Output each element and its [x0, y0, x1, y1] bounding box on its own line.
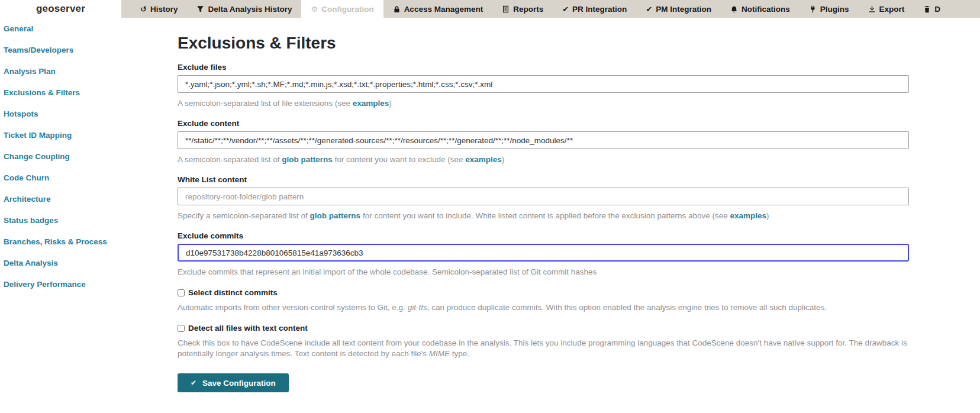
download-icon — [868, 5, 876, 13]
detect-text-checkbox[interactable] — [178, 325, 185, 332]
help-text: ) — [502, 155, 505, 164]
examples-link[interactable]: examples — [353, 99, 389, 108]
check-icon: ✔ — [191, 379, 196, 387]
tab-label: Access Management — [404, 5, 483, 14]
select-distinct-checkbox[interactable] — [178, 289, 185, 296]
help-text: , can produce duplicate commits. With th… — [427, 303, 827, 312]
help-text: A semicolon-separated list of file exten… — [178, 99, 353, 108]
sidebar-item-status-badges[interactable]: Status badges — [0, 209, 178, 231]
page-title: Exclusions & Filters — [178, 34, 909, 53]
sidebar-item-code-churn[interactable]: Code Churn — [0, 167, 178, 188]
sidebar-item-delivery-performance[interactable]: Delivery Performance — [0, 273, 178, 295]
help-text: Specify a semicolon-separated list of — [178, 211, 310, 220]
tab-history[interactable]: ↺ History — [131, 0, 187, 18]
bell-icon — [730, 5, 738, 13]
exclude-files-help: A semicolon-separated list of file exten… — [178, 98, 909, 109]
tab-plugins[interactable]: Plugins — [800, 0, 859, 18]
tab-export[interactable]: Export — [859, 0, 914, 18]
sidebar-item-general[interactable]: General — [0, 18, 178, 39]
history-icon: ↺ — [140, 5, 147, 13]
plug-icon — [809, 5, 817, 13]
white-list-help: Specify a semicolon-separated list of gl… — [178, 211, 909, 221]
tab-label: History — [150, 5, 178, 14]
sidebar-item-branches-risks-process[interactable]: Branches, Risks & Process — [0, 231, 178, 252]
help-text: Automatic imports from other version-con… — [178, 303, 408, 312]
white-list-label: White List content — [178, 175, 909, 184]
exclude-commits-help: Exclude commits that represent an initia… — [178, 267, 909, 278]
trash-icon — [923, 5, 931, 13]
mime-emphasis: MIME — [429, 349, 450, 358]
select-distinct-row: Select distinct commits — [178, 288, 909, 297]
tab-label: PR Integration — [572, 5, 627, 14]
select-distinct-label: Select distinct commits — [188, 288, 278, 297]
white-list-input[interactable] — [178, 188, 909, 205]
sidebar-item-delta-analysis[interactable]: Delta Analysis — [0, 252, 178, 273]
help-text: for content you want to exclude (see — [333, 155, 465, 164]
help-text: Check this box to have CodeScene include… — [178, 338, 907, 358]
tab-label: Configuration — [321, 5, 373, 14]
git-tfs-emphasis: git-tfs — [408, 303, 427, 312]
tab-label: D — [934, 5, 940, 14]
help-text: ) — [389, 99, 392, 108]
tab-delta-analysis-history[interactable]: Delta Analysis History — [187, 0, 301, 18]
exclude-content-help: A semicolon-separated list of glob patte… — [178, 154, 909, 165]
logo-area: geoserver — [0, 0, 121, 18]
exclude-files-field: Exclude files A semicolon-separated list… — [178, 63, 909, 109]
tab-label: PM Integration — [656, 5, 711, 14]
glob-patterns-link[interactable]: glob patterns — [310, 211, 361, 220]
tab-notifications[interactable]: Notifications — [721, 0, 800, 18]
glob-patterns-link[interactable]: glob patterns — [282, 155, 333, 164]
detect-text-help: Check this box to have CodeScene include… — [178, 338, 909, 359]
top-nav-tabs: ↺ History Delta Analysis History ⚙ Confi… — [121, 0, 980, 18]
config-sidebar: General Teams/Developers Analysis Plan E… — [0, 18, 178, 295]
examples-link[interactable]: examples — [730, 211, 767, 220]
exclude-content-field: Exclude content A semicolon-separated li… — [178, 119, 909, 165]
help-text: type. — [450, 349, 469, 358]
gears-icon: ⚙ — [311, 5, 318, 13]
exclude-commits-label: Exclude commits — [178, 231, 909, 240]
top-bar: geoserver ↺ History Delta Analysis Histo… — [0, 0, 980, 18]
tab-label: Export — [879, 5, 905, 14]
sidebar-item-ticket-id-mapping[interactable]: Ticket ID Mapping — [0, 124, 178, 146]
exclude-files-input[interactable] — [178, 75, 909, 93]
help-text: ) — [766, 211, 769, 220]
check-icon: ✔ — [646, 5, 652, 13]
tab-configuration[interactable]: ⚙ Configuration — [301, 0, 383, 18]
detect-text-row: Detect all files with text content — [178, 324, 909, 333]
exclude-commits-field: Exclude commits Exclude commits that rep… — [178, 231, 909, 278]
exclude-content-input[interactable] — [178, 131, 909, 149]
exclude-content-label: Exclude content — [178, 119, 909, 128]
report-icon — [502, 5, 510, 13]
tab-pr-integration[interactable]: ✔ PR Integration — [553, 0, 636, 18]
tab-label: Delta Analysis History — [208, 5, 292, 14]
main-content: Exclusions & Filters Exclude files A sem… — [178, 18, 909, 392]
sidebar-item-teams-developers[interactable]: Teams/Developers — [0, 39, 178, 60]
examples-link[interactable]: examples — [465, 155, 502, 164]
tab-access-management[interactable]: Access Management — [383, 0, 493, 18]
sidebar-item-exclusions-filters[interactable]: Exclusions & Filters — [0, 82, 178, 103]
tab-pm-integration[interactable]: ✔ PM Integration — [636, 0, 721, 18]
tab-delete-truncated[interactable]: D — [914, 0, 950, 18]
save-configuration-button[interactable]: ✔ Save Configuration — [178, 373, 289, 392]
help-text: for content you want to include. White l… — [360, 211, 730, 220]
sidebar-item-change-coupling[interactable]: Change Coupling — [0, 146, 178, 167]
filter-icon — [196, 5, 204, 13]
exclude-commits-input[interactable] — [178, 244, 909, 262]
tab-label: Plugins — [820, 5, 849, 14]
select-distinct-help: Automatic imports from other version-con… — [178, 302, 909, 313]
lock-icon — [393, 5, 401, 13]
tab-label: Notifications — [742, 5, 790, 14]
save-button-label: Save Configuration — [202, 379, 276, 388]
white-list-field: White List content Specify a semicolon-s… — [178, 175, 909, 221]
check-icon: ✔ — [562, 5, 569, 13]
sidebar-item-hotspots[interactable]: Hotspots — [0, 103, 178, 124]
tab-label: Reports — [513, 5, 543, 14]
detect-text-label: Detect all files with text content — [188, 324, 308, 333]
exclude-files-label: Exclude files — [178, 63, 909, 72]
app-logo[interactable]: geoserver — [36, 3, 85, 15]
sidebar-item-architecture[interactable]: Architecture — [0, 188, 178, 209]
sidebar-item-analysis-plan[interactable]: Analysis Plan — [0, 60, 178, 82]
help-text: A semicolon-separated list of — [178, 155, 282, 164]
tab-reports[interactable]: Reports — [492, 0, 553, 18]
